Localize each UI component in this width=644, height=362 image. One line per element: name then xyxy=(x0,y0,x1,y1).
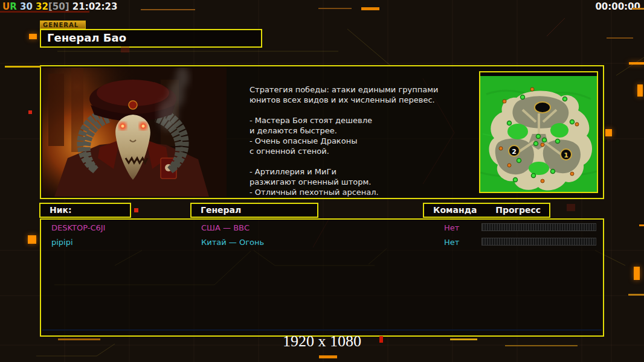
decor xyxy=(634,267,640,280)
decor xyxy=(121,46,129,52)
player-name: DESKTOP-C6JI xyxy=(51,223,196,232)
player-team: Нет xyxy=(444,223,480,232)
decor xyxy=(5,66,41,68)
general-title-box: Генерал Бао xyxy=(40,29,262,48)
header-nick-label: Ник: xyxy=(40,204,72,216)
decor xyxy=(379,336,383,343)
decor xyxy=(28,110,32,114)
decor xyxy=(29,34,37,39)
resolution-label: 1920 x 1080 xyxy=(0,332,644,351)
map-start-marker-2: 2 xyxy=(509,145,520,156)
decor xyxy=(607,37,633,39)
header-general: Генерал xyxy=(190,203,318,218)
header-team-progress: Команда Прогресс xyxy=(423,203,550,218)
player-progress-bar xyxy=(481,238,596,246)
decor xyxy=(639,224,644,226)
header-nick: Ник: xyxy=(39,203,131,218)
status-underline xyxy=(0,11,89,13)
player-team: Нет xyxy=(444,238,480,247)
decor xyxy=(629,62,644,65)
player-list-panel: DESKTOP-C6JI США — ВВС Нет pipipi Китай … xyxy=(40,218,604,337)
match-timer: 00:00:00 xyxy=(595,1,640,12)
decor xyxy=(567,204,575,211)
general-info-panel: Стратегия победы: атаки едиными группами… xyxy=(40,65,604,199)
svg-text:2: 2 xyxy=(512,148,517,156)
decor xyxy=(361,7,379,10)
decor xyxy=(505,345,578,346)
player-row[interactable]: pipipi Китай — Огонь Нет xyxy=(41,236,603,250)
player-general: США — ВВС xyxy=(201,223,437,232)
panel-bottom-line xyxy=(42,329,602,331)
svg-text:1: 1 xyxy=(564,151,568,159)
player-general: Китай — Огонь xyxy=(201,238,437,247)
tab-general[interactable]: GENERAL xyxy=(40,21,86,29)
decor xyxy=(28,235,36,244)
map-preview-image: 2 1 xyxy=(480,76,597,192)
header-progress-label: Прогресс xyxy=(495,204,541,216)
decor xyxy=(318,8,352,9)
decor xyxy=(637,84,643,97)
general-portrait-image xyxy=(42,68,227,197)
player-name: pipipi xyxy=(51,238,196,247)
map-start-marker-1: 1 xyxy=(561,149,572,160)
decor xyxy=(134,208,138,212)
player-row[interactable]: DESKTOP-C6JI США — ВВС Нет xyxy=(41,221,603,236)
strategy-description: Стратегия победы: атаки едиными группами… xyxy=(250,84,443,197)
decor xyxy=(628,294,644,296)
decor xyxy=(58,338,100,340)
player-progress-bar xyxy=(481,223,596,231)
decor xyxy=(605,129,612,136)
page-title: Генерал Бао xyxy=(47,31,261,44)
header-general-label: Генерал xyxy=(192,204,241,216)
decor xyxy=(450,338,477,340)
decor xyxy=(632,8,644,10)
map-preview-box: 2 1 xyxy=(479,71,598,193)
decor xyxy=(141,9,195,10)
lobby-screen: UR 30 32[50] 21:02:23 00:00:00 GENERAL Г… xyxy=(0,0,644,362)
decor xyxy=(319,355,337,358)
header-team-label: Команда xyxy=(424,204,477,216)
